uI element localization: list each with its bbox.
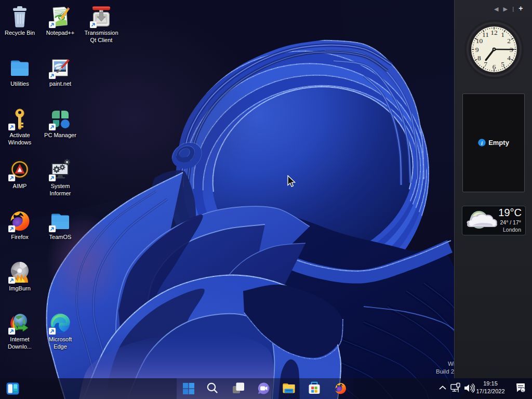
svg-text:12: 12	[490, 29, 498, 36]
svg-text:8: 8	[477, 54, 481, 62]
svg-text:2: 2	[507, 37, 511, 45]
svg-text:1: 1	[501, 31, 504, 38]
svg-text:5: 5	[501, 60, 504, 68]
svg-text:11: 11	[482, 31, 489, 38]
svg-text:9: 9	[475, 46, 479, 54]
svg-text:7: 7	[484, 60, 487, 68]
svg-text:4: 4	[507, 54, 511, 62]
svg-text:6: 6	[493, 63, 496, 71]
